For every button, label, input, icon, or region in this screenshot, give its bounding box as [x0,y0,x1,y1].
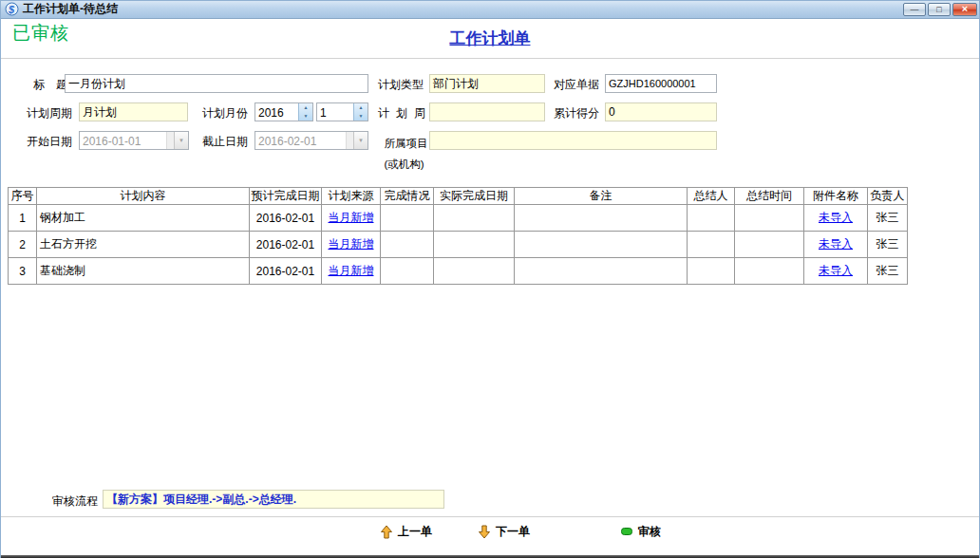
plan-month-input[interactable]: 1 ▲ ▼ [316,102,368,121]
col-remark: 备注 [515,188,688,205]
source-link[interactable]: 当月新增 [329,211,374,224]
cell-no: 2 [9,232,37,258]
cell-source: 当月新增 [322,205,381,232]
prev-button-label: 上一单 [398,524,432,540]
start-date-input[interactable]: 2016-01-01 ▼ [79,131,189,150]
cell-attachment: 未导入 [804,232,868,258]
attachment-link[interactable]: 未导入 [819,237,853,251]
cell-source: 当月新增 [322,258,381,285]
cell-actual-date[interactable] [434,258,515,285]
col-summary-time: 总结时间 [735,188,804,205]
approve-button-label: 审核 [638,524,661,540]
cell-status[interactable] [381,232,434,258]
month-spinner: ▲ ▼ [353,103,368,121]
cell-status[interactable] [381,205,434,232]
cell-content[interactable]: 基础浇制 [37,258,250,285]
cell-owner: 张三 [868,258,908,285]
source-link[interactable]: 当月新增 [329,237,374,251]
title-input[interactable]: 一月份计划 [65,74,368,93]
prev-icon [380,525,393,539]
table-row: 2 土石方开挖 2016-02-01 当月新增 未导入 张三 [9,232,908,258]
plan-year-value: 2016 [255,103,298,121]
plan-year-input[interactable]: 2016 ▲ ▼ [254,102,313,121]
col-expected-date: 预计完成日期 [250,188,322,205]
source-link[interactable]: 当月新增 [329,264,374,277]
col-attachment: 附件名称 [804,188,868,205]
table-header-row: 序号 计划内容 预计完成日期 计划来源 完成情况 实际完成日期 备注 总结人 总… [9,188,908,205]
cell-remark[interactable] [515,258,688,285]
cell-content[interactable]: 土石方开挖 [37,232,250,258]
col-summarizer: 总结人 [688,188,735,205]
maximize-button[interactable]: □ [928,3,951,16]
plan-type-label: 计划类型 [378,77,424,93]
plan-month-value: 1 [317,103,353,121]
calendar-dropdown-icon[interactable]: ▼ [174,132,188,149]
next-button-label: 下一单 [496,524,530,540]
titlebar: $ 工作计划单-待总结 — □ × [0,0,980,19]
score-input[interactable]: 0 [605,102,717,121]
cell-actual-date[interactable] [434,232,515,258]
start-date-value: 2016-01-01 [80,132,166,149]
cell-remark[interactable] [515,232,688,258]
next-button[interactable]: 下一单 [478,523,530,540]
spin-down-icon[interactable]: ▼ [299,112,312,121]
cell-summary-time [735,258,804,285]
doc-no-label: 对应单据 [554,77,599,93]
cell-summary-time [735,205,804,232]
col-status: 完成情况 [381,188,434,205]
title-label: 标 题 [33,77,67,93]
col-actual-date: 实际完成日期 [434,188,515,205]
col-owner: 负责人 [868,188,908,205]
cell-expected-date[interactable]: 2016-02-01 [250,205,322,232]
end-date-label: 截止日期 [202,134,248,150]
cell-summary-time [735,232,804,258]
next-icon [478,525,491,539]
app-icon: $ [5,2,19,16]
cell-summarizer [688,205,735,232]
approve-button[interactable]: 审核 [620,523,661,540]
page-title: 工作计划单 [0,28,980,49]
cell-status[interactable] [381,258,434,285]
cell-expected-date[interactable]: 2016-02-01 [250,232,322,258]
cell-expected-date[interactable]: 2016-02-01 [250,258,322,285]
plan-table: 序号 计划内容 预计完成日期 计划来源 完成情况 实际完成日期 备注 总结人 总… [8,187,908,285]
prev-button[interactable]: 上一单 [380,523,432,540]
spin-up-icon[interactable]: ▲ [299,103,312,112]
doc-no-input[interactable]: GZJHD160000001 [605,74,717,93]
approve-icon [620,525,633,538]
col-source: 计划来源 [322,188,381,205]
end-date-value: 2016-02-01 [255,132,346,149]
calendar-dropdown-icon[interactable]: ▼ [353,132,368,149]
cell-summarizer [688,232,735,258]
cell-no: 1 [9,205,37,232]
spin-up-icon[interactable]: ▲ [354,103,368,112]
plan-month-label: 计划月份 [202,105,248,121]
window-controls: — □ × [903,3,977,16]
minimize-button[interactable]: — [903,3,926,16]
project-input[interactable] [429,131,717,150]
cell-no: 3 [9,258,37,285]
cell-owner: 张三 [868,205,908,232]
date-button-pad [166,132,174,149]
score-label: 累计得分 [554,105,599,121]
start-date-label: 开始日期 [27,134,72,150]
close-button[interactable]: × [952,3,977,16]
attachment-link[interactable]: 未导入 [819,264,853,277]
table-row: 1 钢材加工 2016-02-01 当月新增 未导入 张三 [9,205,908,232]
window-title: 工作计划单-待总结 [23,1,118,17]
plan-cycle-input[interactable]: 月计划 [79,102,188,121]
plan-week-input[interactable] [429,102,545,121]
cell-actual-date[interactable] [434,205,515,232]
project-label-line2: (或机构) [384,158,424,170]
spin-down-icon[interactable]: ▼ [354,112,368,121]
plan-week-label: 计划周 [378,105,432,121]
attachment-link[interactable]: 未导入 [819,211,853,224]
separator [0,58,980,60]
separator [0,516,980,518]
end-date-input[interactable]: 2016-02-01 ▼ [254,131,368,150]
plan-type-input[interactable]: 部门计划 [429,74,545,93]
cell-remark[interactable] [515,205,688,232]
approval-flow-value: 【新方案】项目经理.->副总.->总经理. [106,493,296,506]
approval-flow-input[interactable]: 【新方案】项目经理.->副总.->总经理. [103,490,444,509]
cell-content[interactable]: 钢材加工 [37,205,250,232]
